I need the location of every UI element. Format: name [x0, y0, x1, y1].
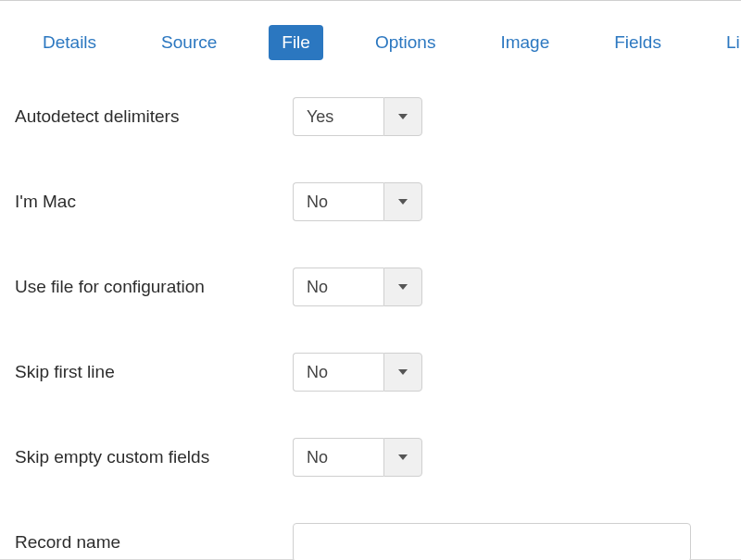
- caret-down-icon: [398, 454, 408, 460]
- form-area: Autodetect delimiters Yes I'm Mac No Use…: [0, 79, 741, 560]
- select-skip-first-line[interactable]: No: [293, 353, 422, 392]
- file-settings-panel: Details Source File Options Image Fields…: [0, 0, 741, 560]
- select-skip-empty-custom[interactable]: No: [293, 438, 422, 477]
- label-skip-empty-custom: Skip empty custom fields: [15, 447, 293, 467]
- tab-file[interactable]: File: [269, 25, 323, 60]
- row-im-mac: I'm Mac No: [15, 182, 726, 221]
- label-im-mac: I'm Mac: [15, 192, 293, 212]
- tab-limit[interactable]: Limit: [713, 25, 741, 60]
- label-autodetect-delimiters: Autodetect delimiters: [15, 106, 293, 127]
- select-value: No: [293, 268, 383, 306]
- tab-image[interactable]: Image: [487, 25, 562, 60]
- dropdown-button[interactable]: [383, 438, 422, 477]
- label-use-file-config: Use file for configuration: [15, 277, 293, 297]
- tab-fields[interactable]: Fields: [601, 25, 674, 60]
- label-skip-first-line: Skip first line: [15, 362, 293, 382]
- row-autodetect-delimiters: Autodetect delimiters Yes: [15, 97, 726, 136]
- select-im-mac[interactable]: No: [293, 182, 422, 221]
- select-autodetect-delimiters[interactable]: Yes: [293, 97, 422, 136]
- tab-details[interactable]: Details: [30, 25, 109, 60]
- dropdown-button[interactable]: [383, 268, 422, 306]
- tab-source[interactable]: Source: [148, 25, 230, 60]
- input-record-name[interactable]: [293, 523, 691, 560]
- row-use-file-config: Use file for configuration No: [15, 268, 726, 306]
- row-skip-first-line: Skip first line No: [15, 353, 726, 392]
- caret-down-icon: [398, 199, 408, 205]
- caret-down-icon: [398, 369, 408, 375]
- row-record-name: Record name: [15, 523, 726, 560]
- select-value: No: [293, 438, 383, 477]
- dropdown-button[interactable]: [383, 97, 422, 136]
- select-use-file-config[interactable]: No: [293, 268, 422, 306]
- dropdown-button[interactable]: [383, 182, 422, 221]
- dropdown-button[interactable]: [383, 353, 422, 392]
- select-value: Yes: [293, 97, 383, 136]
- row-skip-empty-custom: Skip empty custom fields No: [15, 438, 726, 477]
- select-value: No: [293, 353, 383, 392]
- tab-bar: Details Source File Options Image Fields…: [0, 5, 741, 79]
- caret-down-icon: [398, 284, 408, 290]
- label-record-name: Record name: [15, 532, 293, 553]
- select-value: No: [293, 182, 383, 221]
- caret-down-icon: [398, 114, 408, 119]
- tab-options[interactable]: Options: [362, 25, 448, 60]
